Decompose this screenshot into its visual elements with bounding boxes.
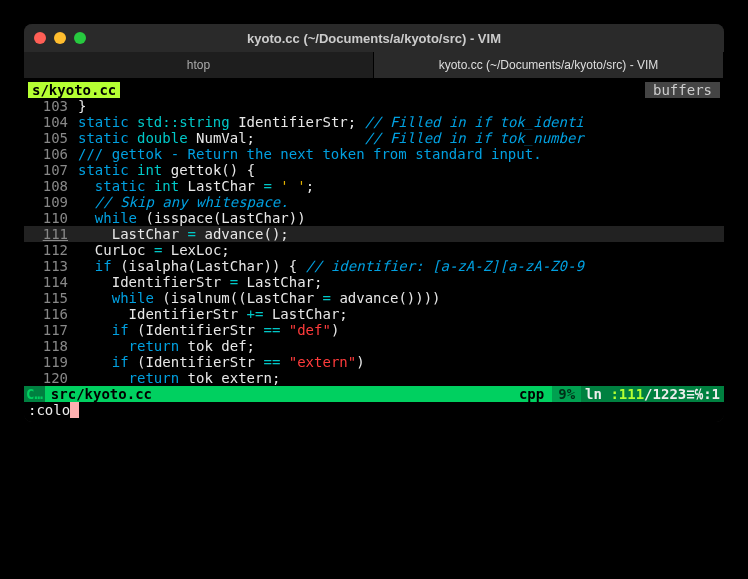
line-number: 120 [24,370,78,386]
status-filetype: cpp [511,386,552,402]
code-line[interactable]: 113 if (isalpha(LastChar)) { // identifi… [24,258,724,274]
zoom-icon[interactable] [74,32,86,44]
code-text: if (isalpha(LastChar)) { // identifier: … [78,258,724,274]
code-line[interactable]: 108 static int LastChar = ' '; [24,178,724,194]
line-number: 114 [24,274,78,290]
code-line[interactable]: 105static double NumVal; // Filled in if… [24,130,724,146]
status-percent: 9% [552,386,581,402]
code-text: while (isspace(LastChar)) [78,210,724,226]
status-file: src/kyoto.cc [45,386,158,402]
code-text: while (isalnum((LastChar = advance()))) [78,290,724,306]
status-mode: C… [24,386,45,402]
code-line[interactable]: 116 IdentifierStr += LastChar; [24,306,724,322]
line-number: 108 [24,178,78,194]
cursor-icon [70,402,79,418]
bufferline-label: buffers [645,82,720,98]
code-text: static int gettok() { [78,162,724,178]
line-number: 116 [24,306,78,322]
code-line[interactable]: 110 while (isspace(LastChar)) [24,210,724,226]
line-number: 115 [24,290,78,306]
code-text: // Skip any whitespace. [78,194,724,210]
code-text: return tok_extern; [78,370,724,386]
close-icon[interactable] [34,32,46,44]
code-text: IdentifierStr = LastChar; [78,274,724,290]
code-text: if (IdentifierStr == "def") [78,322,724,338]
editor[interactable]: 103}104static std::string IdentifierStr;… [24,98,724,386]
line-number: 107 [24,162,78,178]
code-text: LastChar = advance(); [78,226,724,242]
code-line[interactable]: 106/// gettok - Return the next token fr… [24,146,724,162]
line-number: 111 [24,226,78,242]
code-line[interactable]: 112 CurLoc = LexLoc; [24,242,724,258]
statusline: C… src/kyoto.cc cpp 9% ln :111/1223≡℅:1 [24,386,724,402]
terminal-content: s/kyoto.cc buffers 103}104static std::st… [24,78,724,422]
code-text: return tok_def; [78,338,724,354]
line-number: 106 [24,146,78,162]
line-number: 104 [24,114,78,130]
bufferline: s/kyoto.cc buffers [24,82,724,98]
line-number: 110 [24,210,78,226]
code-text: /// gettok - Return the next token from … [78,146,724,162]
code-text: CurLoc = LexLoc; [78,242,724,258]
code-line[interactable]: 107static int gettok() { [24,162,724,178]
code-line[interactable]: 114 IdentifierStr = LastChar; [24,274,724,290]
code-text: IdentifierStr += LastChar; [78,306,724,322]
code-line[interactable]: 117 if (IdentifierStr == "def") [24,322,724,338]
line-number: 105 [24,130,78,146]
code-line[interactable]: 120 return tok_extern; [24,370,724,386]
command-line[interactable]: :colo [24,402,724,418]
code-text: static int LastChar = ' '; [78,178,724,194]
tab-bar: htop kyoto.cc (~/Documents/a/kyoto/src) … [24,52,724,78]
line-number: 118 [24,338,78,354]
line-number: 117 [24,322,78,338]
window-title: kyoto.cc (~/Documents/a/kyoto/src) - VIM [24,31,724,46]
code-text: static std::string IdentifierStr; // Fil… [78,114,724,130]
code-line[interactable]: 109 // Skip any whitespace. [24,194,724,210]
tab-vim[interactable]: kyoto.cc (~/Documents/a/kyoto/src) - VIM [374,52,724,78]
buffer-name[interactable]: s/kyoto.cc [28,82,120,98]
code-line[interactable]: 111 LastChar = advance(); [24,226,724,242]
code-line[interactable]: 118 return tok_def; [24,338,724,354]
terminal-window: kyoto.cc (~/Documents/a/kyoto/src) - VIM… [24,24,724,422]
code-text: if (IdentifierStr == "extern") [78,354,724,370]
status-position: ln :111/1223≡℅:1 [581,386,724,402]
code-line[interactable]: 104static std::string IdentifierStr; // … [24,114,724,130]
titlebar[interactable]: kyoto.cc (~/Documents/a/kyoto/src) - VIM [24,24,724,52]
line-number: 103 [24,98,78,114]
minimize-icon[interactable] [54,32,66,44]
line-number: 112 [24,242,78,258]
line-number: 113 [24,258,78,274]
code-line[interactable]: 103} [24,98,724,114]
code-text: static double NumVal; // Filled in if to… [78,130,724,146]
traffic-lights [34,32,86,44]
code-line[interactable]: 119 if (IdentifierStr == "extern") [24,354,724,370]
line-number: 109 [24,194,78,210]
tab-htop[interactable]: htop [24,52,374,78]
code-text: } [78,98,724,114]
line-number: 119 [24,354,78,370]
code-line[interactable]: 115 while (isalnum((LastChar = advance()… [24,290,724,306]
